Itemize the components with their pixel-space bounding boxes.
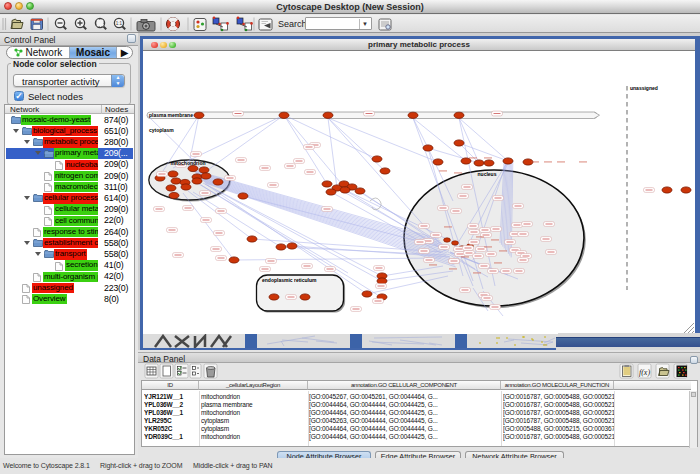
svg-text:plasma membrane: plasma membrane: [149, 112, 193, 118]
svg-text:endoplasmic reticulum: endoplasmic reticulum: [262, 277, 317, 283]
svg-text:cytoplasm: cytoplasm: [149, 127, 174, 133]
svg-text:mitochondrion: mitochondrion: [171, 160, 206, 166]
svg-text:nucleus: nucleus: [478, 171, 497, 177]
svg-text:1:1: 1:1: [116, 21, 123, 26]
svg-text:unassigned: unassigned: [630, 85, 658, 91]
svg-text:f(x): f(x): [639, 368, 650, 377]
